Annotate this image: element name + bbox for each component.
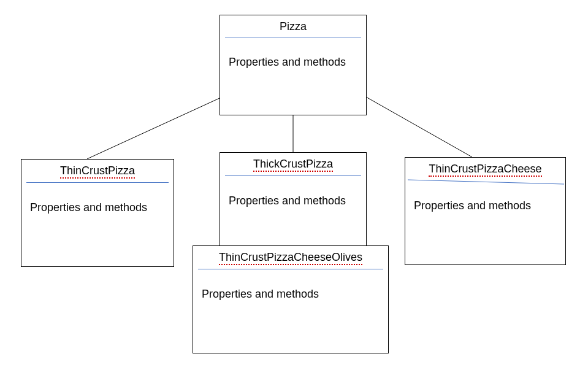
svg-line-2 [366, 97, 472, 157]
class-box-thin-crust: ThinCrustPizza Properties and methods [21, 159, 174, 267]
class-title-text: ThinCrustPizzaCheeseOlives [219, 251, 362, 265]
class-box-thick-crust: ThickCrustPizza Properties and methods [220, 152, 367, 260]
class-body-text: Properties and methods [193, 269, 388, 310]
class-title-thin-crust-cheese: ThinCrustPizzaCheese [405, 158, 565, 180]
class-title-pizza: Pizza [220, 15, 366, 37]
class-box-thin-crust-cheese: ThinCrustPizzaCheese Properties and meth… [405, 157, 566, 265]
class-title-text: ThickCrustPizza [253, 158, 333, 172]
class-box-pizza: Pizza Properties and methods [220, 15, 367, 115]
class-title-text: ThinCrustPizza [60, 164, 135, 179]
class-title-thin-crust-cheese-olives: ThinCrustPizzaCheeseOlives [193, 246, 388, 269]
class-box-thin-crust-cheese-olives: ThinCrustPizzaCheeseOlives Properties an… [193, 245, 389, 353]
class-body-text: Properties and methods [220, 176, 366, 217]
svg-line-0 [87, 98, 220, 159]
class-title-thick-crust: ThickCrustPizza [220, 153, 366, 176]
class-title-thin-crust: ThinCrustPizza [21, 160, 174, 182]
class-body-text: Properties and methods [405, 181, 565, 222]
class-title-text: ThinCrustPizzaCheese [429, 163, 541, 177]
class-body-text: Properties and methods [21, 183, 174, 223]
class-title-text: Pizza [280, 20, 307, 33]
class-body-text: Properties and methods [220, 37, 366, 78]
